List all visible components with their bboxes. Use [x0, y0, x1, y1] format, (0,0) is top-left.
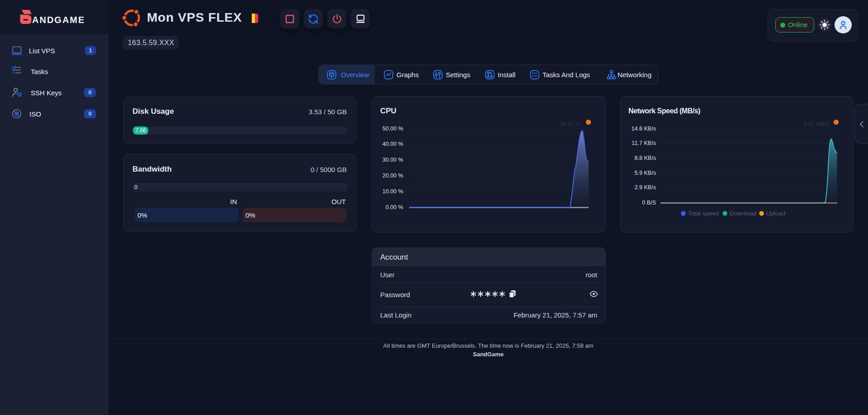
svg-text:Total speed: Total speed: [688, 210, 719, 217]
svg-text:5.9 KB/s: 5.9 KB/s: [634, 170, 656, 176]
svg-text:0 B/S: 0 B/S: [642, 200, 656, 206]
svg-text:30.00 %: 30.00 %: [382, 157, 403, 163]
svg-text:40.00 %: 40.00 %: [382, 141, 403, 147]
svg-text:20.00 %: 20.00 %: [382, 173, 403, 179]
svg-text:8.8 KB/s: 8.8 KB/s: [634, 155, 656, 161]
svg-text:14.6 KB/s: 14.6 KB/s: [631, 126, 656, 132]
svg-text:Upload: Upload: [766, 210, 786, 217]
svg-text:2.9 KB/s: 2.9 KB/s: [634, 184, 656, 191]
svg-text:10.00 %: 10.00 %: [382, 188, 403, 195]
svg-text:11.7 KB/s: 11.7 KB/s: [632, 140, 656, 146]
svg-text:50.00 %: 50.00 %: [382, 126, 403, 132]
svg-text:0.00 %: 0.00 %: [386, 204, 403, 210]
svg-text:Download: Download: [730, 210, 757, 217]
